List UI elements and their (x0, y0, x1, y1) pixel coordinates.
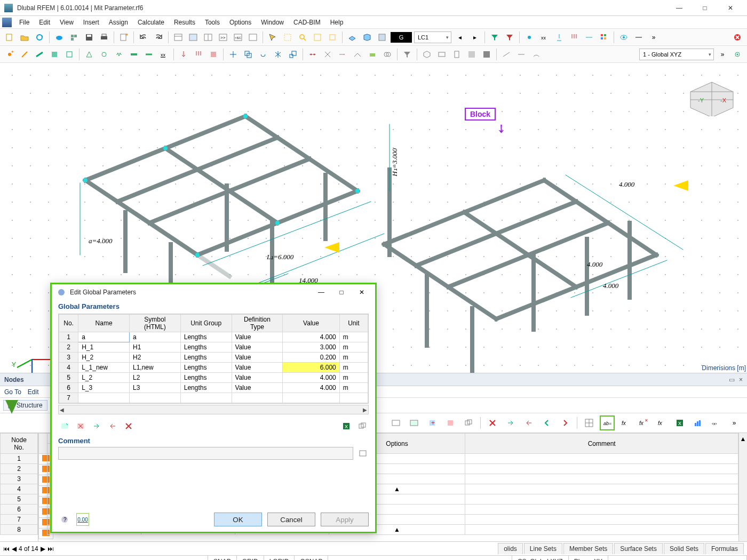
table3-icon[interactable] (202, 31, 214, 44)
tab-solids[interactable]: olids (498, 543, 523, 554)
tbl-delete-icon[interactable] (485, 415, 500, 430)
tab-formulas[interactable]: Formulas (705, 543, 744, 554)
visibility-eye-icon[interactable] (617, 31, 630, 44)
load-node-icon[interactable] (177, 48, 190, 61)
join-icon[interactable] (351, 48, 364, 61)
connect-icon[interactable] (321, 48, 334, 61)
load-area-icon[interactable] (207, 48, 220, 61)
osnap-toggle[interactable]: OSNAP (295, 556, 328, 560)
dialog-minimize-icon[interactable]: — (313, 289, 329, 296)
menu-view[interactable]: View (55, 17, 78, 28)
tbl-xml-icon[interactable]: ‹x› (709, 415, 724, 430)
tbl-fx2-icon[interactable]: fx (654, 415, 669, 430)
loadcase-dropdown[interactable]: LC1 (414, 31, 451, 43)
menu-window[interactable]: Window (257, 17, 288, 28)
prev-lc-icon[interactable]: ◂ (454, 31, 466, 44)
menu-edit[interactable]: Edit (35, 17, 54, 28)
settings-gear-icon[interactable] (731, 48, 744, 61)
intersect-icon[interactable] (381, 48, 394, 61)
zoom-icon[interactable] (296, 31, 309, 44)
next-lc-icon[interactable]: ▸ (468, 31, 481, 44)
render1-icon[interactable] (465, 48, 478, 61)
zoom-sel-icon[interactable] (326, 31, 339, 44)
console-icon[interactable]: >> (217, 31, 229, 44)
new-file-icon[interactable] (3, 31, 16, 44)
more-icon[interactable]: » (647, 31, 660, 44)
dock-close-icon[interactable]: × (739, 376, 743, 383)
close-button[interactable]: ✕ (718, 1, 743, 15)
colors-icon[interactable] (598, 31, 610, 44)
menu-help[interactable]: Help (326, 17, 348, 28)
menu-results[interactable]: Results (170, 17, 200, 28)
tbl-icon1[interactable] (388, 415, 403, 430)
dialog-close-icon[interactable]: ✕ (354, 289, 370, 296)
show-supports-icon[interactable] (553, 31, 566, 44)
menu-assign[interactable]: Assign (105, 17, 132, 28)
render2-icon[interactable] (480, 48, 493, 61)
cloud-icon[interactable] (53, 31, 66, 44)
tbl-formula-ab-icon[interactable]: ab= (600, 415, 615, 430)
support-icon[interactable] (83, 48, 96, 61)
cancel-button[interactable]: Cancel (267, 513, 315, 526)
measure2-icon[interactable] (515, 48, 528, 61)
dock-restore-icon[interactable]: ▭ (729, 376, 735, 383)
results-nav-icon[interactable] (247, 31, 259, 44)
print-icon[interactable] (98, 31, 110, 44)
funnel-icon[interactable] (401, 48, 414, 61)
menu-tools[interactable]: Tools (201, 17, 224, 28)
dlg-units-button[interactable]: 0.00 (76, 513, 89, 526)
workplane2-icon[interactable] (361, 31, 374, 44)
mirror-icon[interactable] (272, 48, 284, 61)
new-surface-icon[interactable] (48, 48, 61, 61)
dlg-clear-icon[interactable] (122, 420, 135, 433)
show-nodes-icon[interactable] (523, 31, 536, 44)
workplane1-icon[interactable] (346, 31, 359, 44)
spring-icon[interactable] (113, 48, 125, 61)
view-iso-icon[interactable] (420, 48, 433, 61)
tbl-grid-icon[interactable] (582, 415, 597, 430)
table-scrollbar[interactable]: ▲ (738, 433, 747, 541)
view-xy-icon[interactable] (435, 48, 448, 61)
move-icon[interactable] (227, 48, 240, 61)
tbl-fx-del-icon[interactable]: fx✕ (636, 415, 651, 430)
select-arrow-icon[interactable] (266, 31, 279, 44)
new-node-icon[interactable]: ✶ (3, 48, 16, 61)
ok-button[interactable]: OK (214, 513, 262, 526)
menu-options[interactable]: Options (225, 17, 256, 28)
redo-icon[interactable] (152, 31, 165, 44)
apply-button[interactable]: Apply (321, 513, 369, 526)
load-line-icon[interactable] (192, 48, 205, 61)
undo-icon[interactable] (137, 31, 150, 44)
menu-insert[interactable]: Insert (79, 17, 104, 28)
table2-icon[interactable] (187, 31, 200, 44)
tbl-right-icon[interactable] (558, 415, 573, 430)
tbl-left-icon[interactable] (539, 415, 554, 430)
tbl-add-icon[interactable]: + (425, 415, 440, 430)
lgrid-toggle[interactable]: LGRID (264, 556, 295, 560)
grid-toggle[interactable]: GRID (237, 556, 264, 560)
menu-calculate[interactable]: Calculate (133, 17, 169, 28)
view-cube[interactable]: -Y -X (685, 76, 738, 116)
dialog-hscroll[interactable]: ◀▶ (58, 405, 369, 414)
delete-all-icon[interactable] (731, 31, 744, 44)
extend-icon[interactable] (336, 48, 349, 61)
dlg-help-icon[interactable]: ? (58, 513, 71, 526)
measure1-icon[interactable] (500, 48, 513, 61)
zoom-extents-icon[interactable] (311, 31, 324, 44)
tab-line-sets[interactable]: Line Sets (524, 543, 562, 554)
comment-pick-icon[interactable] (356, 447, 369, 460)
select-window-icon[interactable] (281, 31, 294, 44)
tab-solid-sets[interactable]: Solid Sets (664, 543, 704, 554)
show-loads-icon[interactable] (568, 31, 581, 44)
tbl-fx-icon[interactable]: fx (618, 415, 633, 430)
show-numbering-icon[interactable]: xx (538, 31, 551, 44)
release-icon[interactable] (128, 48, 140, 61)
divide-icon[interactable] (306, 48, 319, 61)
save-icon[interactable] (83, 31, 96, 44)
comment-input[interactable] (58, 447, 353, 460)
filter-icon[interactable] (488, 31, 501, 44)
menu-file[interactable]: File (15, 17, 34, 28)
label-xx-icon[interactable]: xx (157, 48, 170, 61)
coord-system-dropdown[interactable]: 1 - Global XYZ (639, 49, 714, 60)
dlg-insert-icon[interactable] (58, 420, 71, 433)
